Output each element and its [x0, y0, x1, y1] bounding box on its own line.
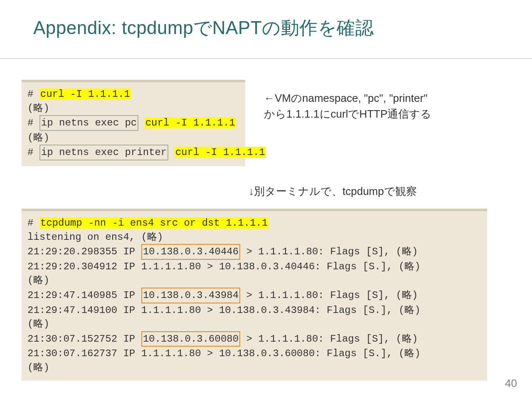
- code-line: 21:30:07.152752 IP 10.138.0.3.60080 > 1.…: [27, 331, 481, 347]
- prompt: #: [27, 217, 39, 229]
- code-line-omit: (略): [27, 273, 481, 288]
- code-line-omit: (略): [27, 101, 239, 116]
- box-netns-printer: ip netns exec printer: [39, 145, 168, 160]
- code-line: # curl -I 1.1.1.1: [27, 87, 239, 101]
- code-block-curl: # curl -I 1.1.1.1 (略) # ip netns exec pc…: [22, 80, 245, 166]
- box-netns-pc: ip netns exec pc: [39, 115, 138, 131]
- code-line-omit: (略): [27, 317, 481, 331]
- code-line: 21:29:47.140985 IP 10.138.0.3.43984 > 1.…: [27, 288, 481, 303]
- code-line: 21:29:20.304912 IP 1.1.1.1.80 > 10.138.0…: [27, 260, 481, 274]
- annotation-line: から1.1.1.1にcurlでHTTP通信する: [264, 106, 431, 122]
- ts-ip: 21:29:47.140985 IP: [27, 290, 141, 301]
- code-line-omit: (略): [27, 131, 239, 145]
- rest: > 1.1.1.1.80: Flags [S], (略): [240, 246, 418, 257]
- sep: [138, 117, 144, 128]
- code-line-omit: (略): [27, 361, 481, 375]
- annotation-down-arrow: ↓別ターミナルで、tcpdumpで観察: [249, 184, 417, 200]
- box-srcport-43984: 10.138.0.3.43984: [141, 288, 240, 303]
- code-line: # tcpdump -nn -i ens4 src or dst 1.1.1.1: [27, 216, 481, 230]
- prompt: #: [27, 89, 39, 100]
- annotation-line: ←VMのnamespace, "pc", "printer": [264, 91, 431, 106]
- box-srcport-40446: 10.138.0.3.40446: [141, 244, 240, 260]
- ts-ip: 21:30:07.152752 IP: [27, 333, 141, 345]
- slide: Appendix: tcpdumpでNAPTの動作を確認 # curl -I 1…: [0, 0, 532, 399]
- code-line: # ip netns exec printer curl -I 1.1.1.1: [27, 145, 239, 160]
- sep: [168, 147, 174, 158]
- title-divider: [0, 58, 532, 59]
- code-block-tcpdump: # tcpdump -nn -i ens4 src or dst 1.1.1.1…: [22, 209, 487, 381]
- highlight-curl: curl -I 1.1.1.1: [145, 117, 236, 128]
- rest: > 1.1.1.1.80: Flags [S], (略): [240, 290, 418, 301]
- slide-title: Appendix: tcpdumpでNAPTの動作を確認: [33, 16, 374, 40]
- prompt: #: [27, 117, 39, 128]
- code-line: # ip netns exec pc curl -I 1.1.1.1: [27, 115, 239, 131]
- annotation-left-arrow: ←VMのnamespace, "pc", "printer" から1.1.1.1…: [264, 91, 431, 122]
- code-line: 21:29:20.298355 IP 10.138.0.3.40446 > 1.…: [27, 244, 481, 260]
- box-srcport-60080: 10.138.0.3.60080: [141, 331, 240, 347]
- prompt: #: [27, 147, 39, 158]
- highlight-curl: curl -I 1.1.1.1: [175, 147, 266, 158]
- ts-ip: 21:29:20.298355 IP: [27, 246, 141, 257]
- highlight-tcpdump: tcpdump -nn -i ens4 src or dst 1.1.1.1: [39, 217, 268, 229]
- code-line: 21:30:07.162737 IP 1.1.1.1.80 > 10.138.0…: [27, 347, 481, 361]
- page-number: 40: [505, 377, 517, 390]
- highlight-curl: curl -I 1.1.1.1: [39, 89, 131, 100]
- rest: > 1.1.1.1.80: Flags [S], (略): [240, 333, 418, 345]
- code-line: listening on ens4, (略): [27, 230, 481, 244]
- code-line: 21:29:47.149100 IP 1.1.1.1.80 > 10.138.0…: [27, 303, 481, 318]
